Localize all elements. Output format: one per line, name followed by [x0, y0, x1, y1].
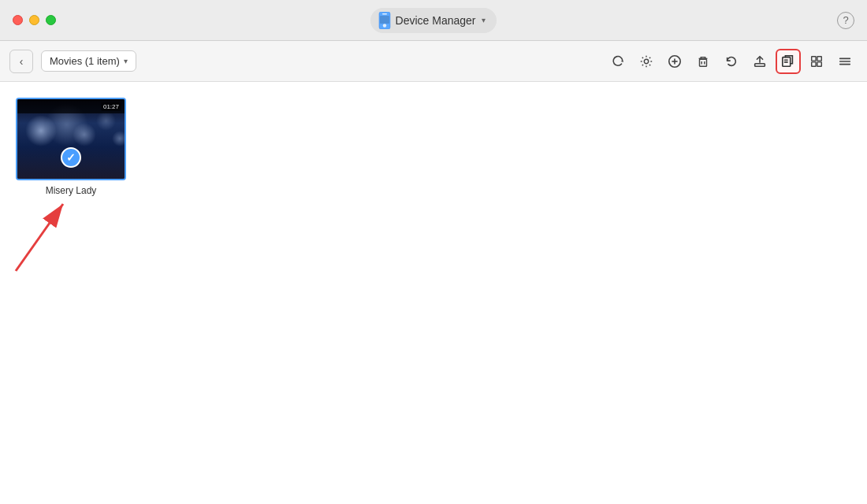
svg-rect-17 — [817, 56, 821, 60]
maximize-button[interactable] — [46, 15, 56, 25]
list-view-button[interactable] — [832, 49, 858, 74]
device-icon — [378, 12, 391, 29]
gear-icon — [639, 54, 653, 69]
traffic-lights — [13, 15, 56, 25]
app-title: Device Manager — [396, 14, 476, 27]
trash-icon — [696, 54, 710, 69]
grid-view-button[interactable] — [804, 49, 829, 74]
svg-rect-1 — [382, 13, 387, 15]
svg-rect-19 — [817, 61, 821, 65]
add-button[interactable] — [662, 49, 687, 74]
title-chevron-icon: ▾ — [482, 16, 486, 24]
folder-label[interactable]: Movies (1 item) ▾ — [41, 50, 136, 72]
import-library-icon — [781, 54, 795, 69]
svg-line-24 — [16, 204, 63, 271]
refresh-icon — [611, 54, 625, 69]
folder-chevron-icon: ▾ — [124, 57, 128, 65]
back-button[interactable]: ‹ — [9, 50, 33, 73]
toolbar: ‹ Movies (1 item) ▾ — [0, 41, 867, 82]
app-title-pill[interactable]: Device Manager ▾ — [370, 8, 497, 33]
movie-name: Misery Lady — [46, 185, 97, 196]
export-button[interactable] — [747, 49, 772, 74]
minimize-button[interactable] — [29, 15, 39, 25]
svg-rect-3 — [380, 16, 389, 24]
export-icon — [753, 54, 767, 69]
import-to-library-button[interactable] — [776, 49, 801, 74]
restore-icon — [724, 54, 739, 69]
toolbar-actions — [605, 49, 858, 74]
svg-rect-8 — [700, 59, 707, 66]
annotation-arrow — [8, 184, 79, 279]
add-icon — [668, 54, 682, 69]
content-area: 01:27 ✓ Misery Lady — [0, 82, 867, 504]
svg-rect-18 — [812, 61, 816, 65]
svg-point-2 — [382, 24, 385, 27]
svg-rect-11 — [755, 63, 765, 66]
refresh-button[interactable] — [605, 49, 631, 74]
movie-thumbnail: 01:27 ✓ — [16, 98, 126, 180]
title-bar: Device Manager ▾ ? — [0, 0, 867, 41]
settings-button[interactable] — [634, 49, 659, 74]
grid-view-icon — [809, 54, 824, 69]
list-view-icon — [838, 54, 852, 69]
movie-item[interactable]: 01:27 ✓ Misery Lady — [16, 98, 126, 196]
svg-point-4 — [644, 59, 648, 63]
close-button[interactable] — [13, 15, 23, 25]
video-timestamp: 01:27 — [101, 102, 121, 111]
svg-rect-16 — [812, 56, 816, 60]
selected-checkmark: ✓ — [61, 147, 81, 168]
delete-button[interactable] — [690, 49, 716, 74]
restore-button[interactable] — [719, 49, 744, 74]
help-button[interactable]: ? — [837, 12, 854, 29]
